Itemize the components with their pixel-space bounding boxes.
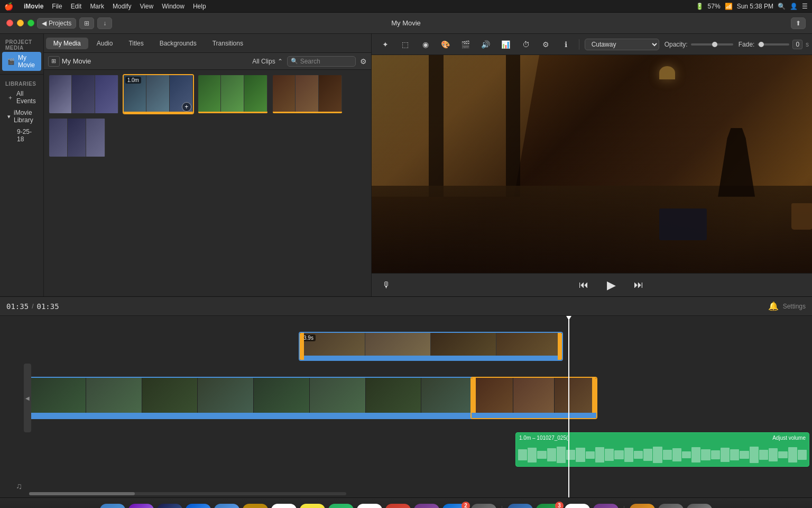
main-clip-2[interactable]: [470, 377, 597, 419]
clip-item-1[interactable]: [48, 74, 119, 114]
dock-maps[interactable]: 🗺: [328, 504, 354, 509]
dock-trash[interactable]: 🗑: [687, 504, 712, 509]
dock-screensharing[interactable]: 📺: [508, 504, 533, 509]
tool-palette[interactable]: 🎨: [438, 38, 453, 51]
menu-file[interactable]: File: [52, 3, 62, 10]
user-icon[interactable]: 👤: [790, 3, 798, 10]
menu-modify[interactable]: Modify: [113, 3, 131, 10]
tool-wand[interactable]: ✦: [378, 38, 393, 51]
timeline-volume-icon[interactable]: 🔔: [768, 301, 779, 311]
dock-imovie[interactable]: ⭐: [593, 504, 619, 509]
sidebar-item-date[interactable]: 9-25-18: [2, 126, 41, 145]
clip-item-3[interactable]: [197, 74, 269, 114]
clip-item-2[interactable]: 1.0m +: [123, 74, 194, 114]
tab-titles[interactable]: Titles: [121, 38, 151, 49]
timeline-settings-label[interactable]: Settings: [783, 303, 806, 310]
sidebar-toggle-button[interactable]: ⊞: [48, 56, 60, 67]
dock-airdrop[interactable]: 📦: [630, 504, 655, 509]
dock-safari[interactable]: 🧭: [186, 504, 211, 509]
menu-mark[interactable]: Mark: [90, 3, 104, 10]
dock: 🖥 🎤 🚀 🧭 ✉ 📝 JUN 7: [0, 497, 812, 508]
sidebar-item-all-events[interactable]: ＋ All Events: [2, 88, 41, 107]
tool-chart[interactable]: 📊: [499, 38, 513, 51]
sidebar-item-my-movie[interactable]: 🎬 My Movie: [2, 52, 41, 71]
dock-mail[interactable]: ✉: [214, 504, 239, 509]
grid-view-button[interactable]: ⊞: [79, 17, 94, 29]
dock-appstore[interactable]: A 2: [442, 504, 468, 509]
dock-podcasts[interactable]: 🎙: [414, 504, 439, 509]
seconds-label: s: [806, 41, 809, 48]
menu-help[interactable]: Help: [193, 3, 206, 10]
opacity-slider-thumb[interactable]: [712, 42, 717, 47]
audio-track[interactable]: 1.0m – 101027_025( Adjust volume: [515, 432, 809, 467]
tab-audio[interactable]: Audio: [89, 38, 121, 49]
notification-icon[interactable]: ☰: [802, 3, 808, 10]
close-button[interactable]: [6, 20, 13, 26]
dock-stickies[interactable]: 📝: [243, 504, 268, 509]
main-clip-2-handle-right[interactable]: [592, 378, 596, 418]
menu-window[interactable]: Window: [162, 3, 184, 10]
fade-slider-thumb[interactable]: [759, 42, 764, 47]
tab-transitions[interactable]: Transitions: [205, 38, 251, 49]
menu-view[interactable]: View: [140, 3, 153, 10]
tool-speed[interactable]: ⏱: [519, 38, 533, 51]
share-button[interactable]: ⬆: [791, 17, 806, 29]
playhead[interactable]: [568, 316, 569, 497]
tab-backgrounds[interactable]: Backgrounds: [152, 38, 204, 49]
filter-select[interactable]: All Clips ⌃: [252, 58, 282, 65]
timeline-scrollbar-thumb[interactable]: [29, 492, 135, 495]
tool-crop[interactable]: ⬚: [398, 38, 413, 51]
playback-controls: 🎙 ⏮ ▶ ⏭ ⤢: [372, 273, 812, 296]
dock-systemprefs[interactable]: ⚙: [471, 504, 496, 509]
clip-handle-left[interactable]: [300, 333, 304, 360]
cutaway-dropdown[interactable]: Cutaway Picture in Picture Side by Side …: [585, 39, 659, 50]
dock-music[interactable]: ♫: [385, 504, 411, 509]
clip-handle-right[interactable]: [558, 333, 562, 360]
audio-clip[interactable]: 1.0m – 101027_025( Adjust volume: [515, 432, 809, 467]
fade-value[interactable]: 0: [792, 40, 802, 49]
dock-messages[interactable]: 💬 3: [536, 504, 561, 509]
tool-stabilize[interactable]: 🎬: [458, 38, 473, 51]
minimize-button[interactable]: [17, 20, 24, 26]
sidebar-item-imovie-library[interactable]: ▾ iMovie Library: [2, 107, 41, 126]
fade-slider[interactable]: [758, 43, 789, 46]
search-input[interactable]: [300, 58, 348, 65]
dock-finder[interactable]: 🖥: [100, 504, 125, 509]
tool-color[interactable]: ◉: [418, 38, 433, 51]
timeline-scrollbar[interactable]: [29, 492, 346, 495]
opacity-slider[interactable]: [691, 43, 733, 46]
microphone-button[interactable]: 🎙: [382, 280, 391, 290]
clip-add-button-2[interactable]: +: [182, 102, 191, 112]
dock-siri[interactable]: 🎤: [128, 504, 154, 509]
tool-info[interactable]: ℹ: [559, 38, 574, 51]
clip-item-5[interactable]: [48, 117, 106, 158]
apple-menu[interactable]: 🍎: [4, 2, 13, 11]
dock-finder-windows[interactable]: 🗂: [658, 504, 684, 509]
tab-my-media[interactable]: My Media: [46, 38, 88, 49]
search-field[interactable]: 🔍: [287, 56, 356, 67]
dock-photos[interactable]: 🌸: [357, 504, 382, 509]
clip-item-4[interactable]: [272, 74, 343, 114]
dock-calendar[interactable]: JUN 7: [271, 504, 297, 509]
maximize-button[interactable]: [27, 20, 34, 26]
forward-button[interactable]: ⏭: [630, 277, 647, 294]
main-clip-2-handle-left[interactable]: [472, 378, 476, 418]
rewind-button[interactable]: ⏮: [575, 277, 592, 294]
dock-word[interactable]: W: [565, 504, 590, 509]
dock-notes[interactable]: 📓: [300, 504, 325, 509]
tool-settings[interactable]: ⚙: [539, 38, 553, 51]
dock-launchpad[interactable]: 🚀: [157, 504, 182, 509]
tool-volume[interactable]: 🔊: [478, 38, 493, 51]
projects-button[interactable]: ◀ Projects: [37, 18, 76, 29]
audio-clip-action[interactable]: Adjust volume: [772, 435, 806, 441]
main-clip-1[interactable]: [29, 377, 478, 419]
play-button[interactable]: ▶: [603, 277, 620, 294]
mic-icon: 🎙: [382, 280, 391, 289]
cutaway-clip[interactable]: 3.9s: [299, 332, 563, 361]
import-button[interactable]: ↓: [97, 17, 112, 29]
timeline-left-handle[interactable]: ◀: [24, 364, 31, 432]
menu-imovie[interactable]: iMovie: [24, 3, 43, 10]
menu-edit[interactable]: Edit: [71, 3, 82, 10]
search-icon[interactable]: 🔍: [778, 3, 786, 10]
display-settings-button[interactable]: ⚙: [360, 57, 367, 66]
